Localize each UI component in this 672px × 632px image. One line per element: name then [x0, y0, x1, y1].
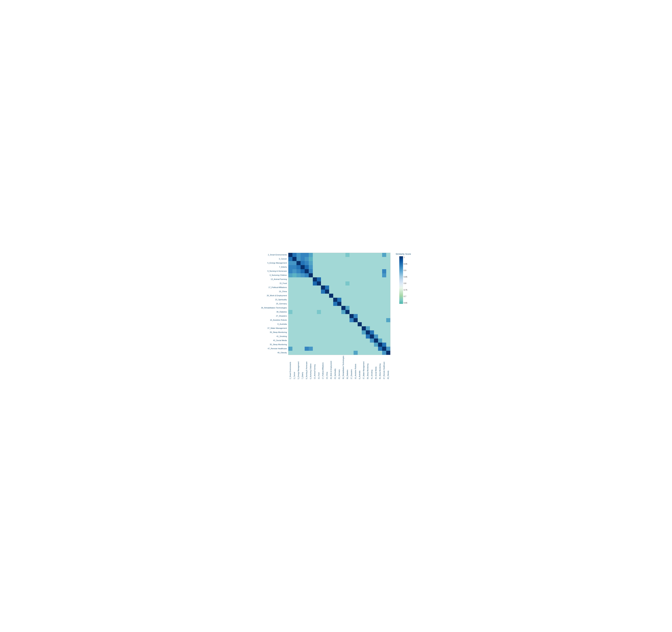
heatmap-cell — [341, 338, 345, 343]
heatmap-cell — [378, 347, 382, 351]
heatmap-cell — [292, 347, 296, 351]
heatmap-cell — [366, 351, 370, 355]
heatmap-cell — [288, 269, 292, 273]
heatmap-cell — [288, 281, 292, 285]
heatmap-cell — [374, 322, 378, 326]
heatmap-cell — [386, 294, 390, 298]
heatmap-cell — [329, 285, 333, 289]
heatmap-cell — [382, 318, 386, 322]
heatmap-cell — [362, 298, 366, 302]
heatmap-cell — [292, 351, 296, 355]
heatmap-cell — [386, 269, 390, 273]
heatmap-grid — [288, 253, 390, 355]
x-label-wrapper: 43_Social Media — [374, 356, 378, 379]
heatmap-cell — [345, 302, 350, 306]
heatmap-cell — [358, 294, 362, 298]
y-label: 19_China — [261, 289, 287, 294]
heatmap-cell — [362, 285, 366, 289]
heatmap-cell — [350, 314, 354, 318]
heatmap-cell — [321, 310, 325, 314]
legend-tick: 1 — [404, 256, 407, 258]
heatmap-cell — [382, 330, 386, 334]
heatmap-cell — [329, 294, 333, 298]
y-label: 37_Water Management — [261, 326, 287, 330]
heatmap-cell — [333, 253, 337, 257]
heatmap-cell — [325, 285, 329, 289]
heatmap-cell — [345, 273, 350, 277]
heatmap-cell — [296, 261, 301, 265]
x-label-wrapper: 17_Political Affiliations — [321, 356, 325, 379]
heatmap-cell — [378, 322, 382, 326]
heatmap-cell — [337, 281, 341, 285]
heatmap-cell — [382, 351, 386, 355]
heatmap-cell — [325, 338, 329, 343]
heatmap-cell — [370, 294, 374, 298]
heatmap-cell — [382, 338, 386, 343]
heatmap-cell — [292, 334, 296, 338]
x-label-wrapper: 15_Food — [317, 356, 321, 379]
heatmap-cell — [374, 306, 378, 310]
y-label: 35_Sleep Monitoring — [261, 343, 287, 347]
heatmap-cell — [386, 310, 390, 314]
x-label: 47_Remote Healthcare — [383, 356, 385, 379]
heatmap-cell — [378, 343, 382, 347]
heatmap-cell — [325, 253, 329, 257]
heatmap-cell — [382, 343, 386, 347]
heatmap-cell — [354, 289, 358, 294]
heatmap-cell — [313, 310, 317, 314]
heatmap-cell — [329, 343, 333, 347]
heatmap-cell — [317, 322, 321, 326]
heatmap-cell — [288, 330, 292, 334]
heatmap-and-legend: 2_Smart Environments3_Cancer5_Energy Man… — [288, 253, 411, 379]
heatmap-cell — [362, 310, 366, 314]
x-label-wrapper: 10_Assistive Robots — [354, 356, 358, 379]
heatmap-cell — [296, 351, 301, 355]
heatmap-cell — [386, 347, 390, 351]
heatmap-cell — [362, 253, 366, 257]
heatmap-cell — [354, 322, 358, 326]
heatmap-cell — [309, 294, 313, 298]
x-label: 3_Cancer — [293, 356, 295, 379]
heatmap-cell — [366, 322, 370, 326]
heatmap-cell — [313, 273, 317, 277]
x-label: 43_Social Media — [375, 356, 377, 379]
x-label: 17_Political Affiliations — [322, 356, 324, 379]
heatmap-cell — [329, 306, 333, 310]
heatmap-cell — [317, 298, 321, 302]
x-label-wrapper: 39_Sleep Monitoring — [366, 356, 370, 379]
heatmap-cell — [345, 294, 350, 298]
legend-tick: 0.8 — [404, 282, 407, 284]
heatmap-cell — [317, 338, 321, 343]
heatmap-cell — [309, 277, 313, 281]
heatmap-cell — [354, 347, 358, 351]
heatmap-cell — [296, 273, 301, 277]
heatmap-cell — [366, 273, 370, 277]
heatmap-cell — [374, 269, 378, 273]
heatmap-cell — [309, 281, 313, 285]
heatmap-cell — [305, 334, 309, 338]
heatmap-cell — [382, 261, 386, 265]
heatmap-cell — [345, 330, 350, 334]
heatmap-cell — [333, 338, 337, 343]
heatmap-cell — [309, 322, 313, 326]
heatmap-cell — [305, 338, 309, 343]
heatmap-cell — [296, 265, 301, 269]
heatmap-cell — [378, 330, 382, 334]
heatmap-cell — [337, 322, 341, 326]
heatmap-cell — [296, 347, 301, 351]
y-label: 36_Rehabilitation Technologies — [261, 306, 287, 310]
heatmap-cell — [321, 289, 325, 294]
heatmap-cell — [345, 310, 350, 314]
heatmap-cell — [305, 273, 309, 277]
heatmap-cell — [370, 318, 374, 322]
heatmap-cell — [317, 273, 321, 277]
heatmap-cell — [382, 289, 386, 294]
heatmap-cell — [333, 302, 337, 306]
heatmap-cell — [374, 330, 378, 334]
heatmap-cell — [374, 277, 378, 281]
heatmap-cell — [345, 334, 350, 338]
heatmap-cell — [288, 265, 292, 269]
heatmap-cell — [358, 330, 362, 334]
heatmap-cell — [362, 338, 366, 343]
heatmap-cell — [305, 261, 309, 265]
